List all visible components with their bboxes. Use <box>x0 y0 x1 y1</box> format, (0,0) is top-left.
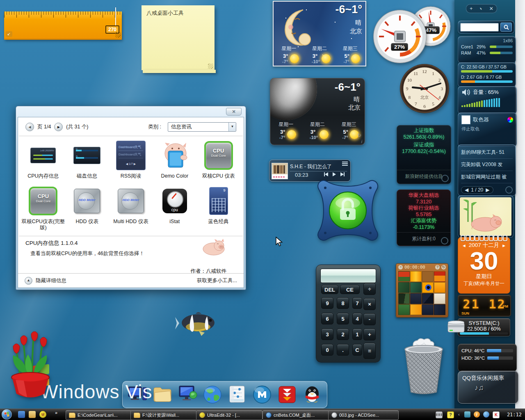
clownfish-gadget[interactable] <box>174 310 219 337</box>
calc-del-key[interactable]: DEL <box>321 285 338 294</box>
search-button[interactable] <box>500 23 512 32</box>
search-input[interactable] <box>460 23 499 32</box>
calc-4-key[interactable]: 4 <box>352 313 362 324</box>
recycle-bin-gadget[interactable] <box>402 337 445 395</box>
calc-dot-key[interactable]: . <box>337 344 349 356</box>
cpu-gauge[interactable] <box>372 9 427 64</box>
quicklaunch-desktop-icon[interactable] <box>18 411 25 418</box>
gadget-item[interactable]: 1x86 2800MHz CPU内存信息 <box>21 139 65 179</box>
gadget-item[interactable]: Dashboard天气Dashboard天气 ◀ 1/7 ▶ RSS阅读 <box>109 139 153 179</box>
dock[interactable] <box>122 381 327 408</box>
tray-keyboard-icon[interactable] <box>436 411 443 418</box>
calc-9-key[interactable]: 9 <box>321 297 333 309</box>
close-icon[interactable]: ✕ <box>489 6 493 11</box>
cpu-meter-gadget[interactable]: 1x86 Core129% RAM47% <box>458 36 516 63</box>
dock-settings-icon[interactable] <box>226 384 248 405</box>
calendar-gadget[interactable]: ◂ 2007 十二月 ▸ 30 星期日 丁亥(猪)年冬月廿一 <box>458 237 510 294</box>
shuffle-icon[interactable]: ↻ <box>441 265 446 269</box>
calendar-prev-icon[interactable]: ◂ <box>463 242 466 249</box>
gadget-item[interactable]: C:D: 磁盘信息 <box>65 139 109 179</box>
tray-info-icon[interactable]: i <box>474 411 480 418</box>
quicklaunch-folder-icon[interactable] <box>29 411 36 418</box>
help-icon[interactable]: ? <box>435 265 440 269</box>
track-title[interactable]: S.H.E - 我们怎么了 <box>290 163 347 171</box>
taskbar-task[interactable]: F:\设计资源\Wall... <box>130 410 197 420</box>
sticky-note-text[interactable]: 八戒桌面小工具 <box>142 5 215 21</box>
category-dropdown[interactable]: 信息资讯 ▼ <box>168 122 236 132</box>
picture-frame-gadget[interactable] <box>458 195 514 238</box>
volume-gadget[interactable]: 音量 : 65% <box>458 86 517 114</box>
taskbar[interactable]: U » E:\CodeGear\Lan\... F:\设计资源\Wall... … <box>0 409 525 420</box>
gadget-item[interactable]: 蓝色经典 <box>196 185 240 231</box>
calc-5-key[interactable]: 5 <box>337 313 349 324</box>
calc-ce-key[interactable]: CE <box>340 285 360 294</box>
tray-collapse-chevron[interactable]: ‹ <box>457 411 461 418</box>
news-headline[interactable]: 影城官网网址过期 被 <box>461 171 513 183</box>
calc-multiply-key[interactable]: × <box>363 298 376 310</box>
gadget-item[interactable]: HDD Meter Multi HDD 仪表 <box>109 185 153 231</box>
taskbar-task[interactable]: 003.jpg - ACDSee... <box>328 410 399 420</box>
gadget-item[interactable]: cpu iStat <box>153 185 196 231</box>
gadget-item[interactable]: HDD Meter HDD 仪表 <box>65 185 109 231</box>
temperature-gadget[interactable]: CPU: 46°C HDD: 36°C <box>458 344 517 372</box>
calc-divide-key[interactable]: ÷ <box>363 283 376 295</box>
refresh-icon[interactable]: ↻ <box>357 132 361 138</box>
lock-gadget[interactable] <box>313 176 383 245</box>
sidebar-controls[interactable]: + ⌁ ✕ <box>466 4 497 13</box>
calculator-gadget[interactable]: DEL CE ÷ × - + = 9 8 7 6 5 4 3 2 1 0 . C <box>316 265 381 363</box>
calc-plus-key[interactable]: + <box>363 329 376 340</box>
refresh-icon[interactable] <box>441 175 449 182</box>
fund-gadget[interactable]: 华夏大盘精选 7.3120 荷银行业精选 5.5785 汇添富优势 -0.117… <box>397 189 451 246</box>
weather-cartoon-gadget[interactable]: -6~1° 晴 北京 星期一 3°-7° 星期二 3°-10° 星期三 5°-7… <box>273 1 366 66</box>
calc-7-key[interactable]: 7 <box>352 297 362 309</box>
sticky-note-gadget[interactable]: 八戒桌面小工具 <box>142 5 215 70</box>
calendar-next-icon[interactable]: ▸ <box>502 242 505 249</box>
color-picker-gadget[interactable]: 取色器 停止取色 <box>458 112 517 147</box>
news-headline[interactable]: 新的IM聊天工具- 51 <box>461 146 513 159</box>
get-more-gadgets-link[interactable]: 获取更多小工具... <box>197 277 237 284</box>
taskbar-task[interactable]: UltraEdit-32 - [... <box>196 410 262 420</box>
refresh-icon[interactable] <box>441 237 448 244</box>
ruler-move-icon[interactable]: ↙ <box>6 31 12 37</box>
digital-clock-gadget[interactable]: 21 12 PM SUN <box>458 294 511 317</box>
dock-flashget-icon[interactable] <box>276 384 298 405</box>
options-icon[interactable]: ⌁ <box>478 5 484 11</box>
tray-antivirus-icon[interactable]: K <box>493 411 500 418</box>
tray-qq-icon[interactable] <box>483 411 489 418</box>
calc-2-key[interactable]: 2 <box>337 329 349 340</box>
add-gadget-icon[interactable]: + <box>470 6 472 11</box>
calc-minus-key[interactable]: - <box>363 313 376 325</box>
gadget-manager-window[interactable]: ✕ ◄ 页 1/4 ► (共 31 个) 类别 : 信息资讯 ▼ 1x86 28… <box>16 106 246 290</box>
calc-1-key[interactable]: 1 <box>352 329 362 340</box>
stop-picking-link[interactable]: 停止取色 <box>461 126 513 132</box>
color-wheel-icon[interactable] <box>507 117 513 123</box>
calc-c-key[interactable]: C <box>352 344 362 356</box>
sticky-note-resize-handle[interactable] <box>208 64 213 69</box>
taskbar-clock[interactable]: 21:12 <box>507 412 522 418</box>
gadget-item[interactable]: Demo Color <box>153 139 196 179</box>
dock-qq-icon[interactable] <box>301 384 323 405</box>
analog-clock-gadget[interactable]: 1212 345 678 91011 北京 <box>399 63 450 114</box>
page-prev-button[interactable]: ◄ <box>25 123 34 131</box>
calc-equals-key[interactable]: = <box>363 343 376 359</box>
dock-maxthon-icon[interactable] <box>251 384 273 405</box>
puzzle-gadget[interactable]: ◔ 00:00:00 ? ↻ <box>396 263 448 317</box>
dock-folder-icon[interactable] <box>152 384 173 405</box>
stock-index-gadget[interactable]: 上证指数 5261.563(-0.89%) 深证成指 17700.622(-0.… <box>397 125 451 184</box>
quicklaunch-overflow-chevron[interactable]: » <box>55 410 57 415</box>
news-next-icon[interactable]: ▶ <box>486 187 489 193</box>
disk-meter-gadget[interactable]: C: 22.50 GB / 37.57 GB D: 2.67 GB / 9.77… <box>458 62 516 87</box>
hide-details-link[interactable]: 隐藏详细信息 <box>36 277 66 284</box>
news-headline[interactable]: 完美卸载 V2008 发 <box>461 159 513 171</box>
page-next-button[interactable]: ► <box>54 123 63 131</box>
start-button[interactable] <box>2 409 12 420</box>
dock-display-icon[interactable] <box>177 384 198 405</box>
calc-6-key[interactable]: 6 <box>321 313 333 324</box>
qq-music-gadget[interactable]: QQ音乐休闲频率 ♪♫ <box>458 371 518 404</box>
tray-help-icon[interactable]: ? <box>447 411 454 418</box>
calc-8-key[interactable]: 8 <box>337 297 349 309</box>
refresh-icon[interactable] <box>505 186 513 194</box>
ruler-gadget[interactable]: 270 ↙ <box>4 11 122 40</box>
quicklaunch-ultraedit-icon[interactable]: U <box>39 411 46 418</box>
window-close-button[interactable]: ✕ <box>226 108 242 116</box>
